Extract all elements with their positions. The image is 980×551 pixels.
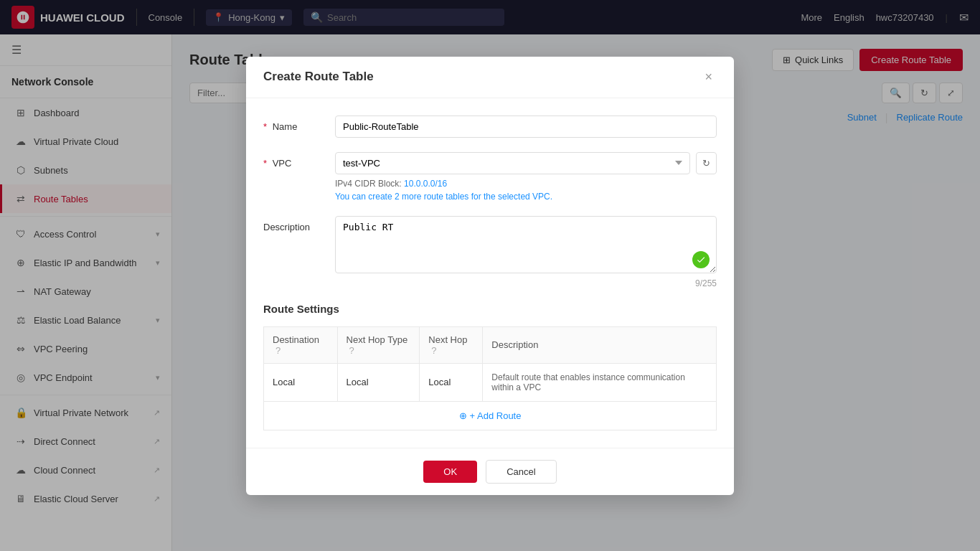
route-table-header-row: Destination ? Next Hop Type ? Next Hop ? [264, 326, 717, 363]
name-input[interactable] [335, 116, 717, 138]
route-next-hop-cell: Local [420, 363, 483, 401]
route-table-body: Local Local Local Default route that ena… [264, 363, 717, 430]
add-route-cell: ⊕ + Add Route [264, 401, 717, 430]
route-destination-cell: Local [264, 363, 338, 401]
th-description: Description [483, 326, 717, 363]
name-control [335, 116, 717, 138]
route-description-cell: Default route that enables instance comm… [483, 363, 717, 401]
plus-circle-icon: ⊕ [459, 410, 467, 421]
th-next-hop: Next Hop ? [420, 326, 483, 363]
modal-header: Create Route Table × [246, 57, 734, 98]
modal-close-button[interactable]: × [700, 68, 717, 86]
next-hop-type-help-icon[interactable]: ? [349, 345, 354, 356]
route-table-head: Destination ? Next Hop Type ? Next Hop ? [264, 326, 717, 363]
vpc-cidr-info: IPv4 CIDR Block: 10.0.0.0/16 [335, 179, 717, 189]
check-circle-icon [692, 251, 710, 268]
required-star-vpc: * [263, 158, 267, 169]
desc-default: Default route that enables instance comm… [491, 372, 685, 392]
route-settings-table: Destination ? Next Hop Type ? Next Hop ? [263, 326, 717, 430]
add-route-row: ⊕ + Add Route [264, 401, 717, 430]
next-hop-help-icon[interactable]: ? [431, 345, 436, 356]
name-field-row: * Name [263, 116, 717, 138]
textarea-wrapper: Public RT [335, 216, 717, 276]
destination-help-icon[interactable]: ? [275, 345, 281, 356]
add-route-button[interactable]: ⊕ + Add Route [459, 410, 522, 421]
modal-title: Create Route Table [263, 70, 374, 84]
modal-footer: OK Cancel [246, 448, 734, 495]
modal-overlay[interactable]: Create Route Table × * Name * VPC [0, 0, 980, 551]
vpc-select[interactable]: test-VPC [335, 152, 690, 174]
route-next-hop-type-cell: Local [337, 363, 420, 401]
modal-body: * Name * VPC test-VPC [246, 98, 734, 448]
cancel-button[interactable]: Cancel [486, 460, 556, 484]
vpc-select-wrapper: test-VPC ↻ [335, 152, 717, 174]
description-field-row: Description Public RT 9/255 [263, 216, 717, 288]
description-control: Public RT 9/255 [335, 216, 717, 288]
name-label: * Name [263, 116, 335, 132]
th-next-hop-type: Next Hop Type ? [337, 326, 420, 363]
vpc-field-row: * VPC test-VPC ↻ IPv4 CIDR Block: 10.0.0… [263, 152, 717, 202]
route-table-row: Local Local Local Default route that ena… [264, 363, 717, 401]
vpc-label: * VPC [263, 152, 335, 169]
route-settings-title: Route Settings [263, 303, 717, 315]
ok-button[interactable]: OK [423, 461, 477, 483]
description-textarea[interactable]: Public RT [335, 216, 717, 273]
required-star: * [263, 121, 267, 132]
create-route-table-modal: Create Route Table × * Name * VPC [246, 57, 734, 495]
char-count: 9/255 [335, 278, 717, 288]
th-destination: Destination ? [264, 326, 338, 363]
vpc-control: test-VPC ↻ IPv4 CIDR Block: 10.0.0.0/16 … [335, 152, 717, 202]
description-label: Description [263, 216, 335, 232]
vpc-notice: You can create 2 more route tables for t… [335, 192, 717, 202]
vpc-refresh-button[interactable]: ↻ [696, 152, 717, 174]
